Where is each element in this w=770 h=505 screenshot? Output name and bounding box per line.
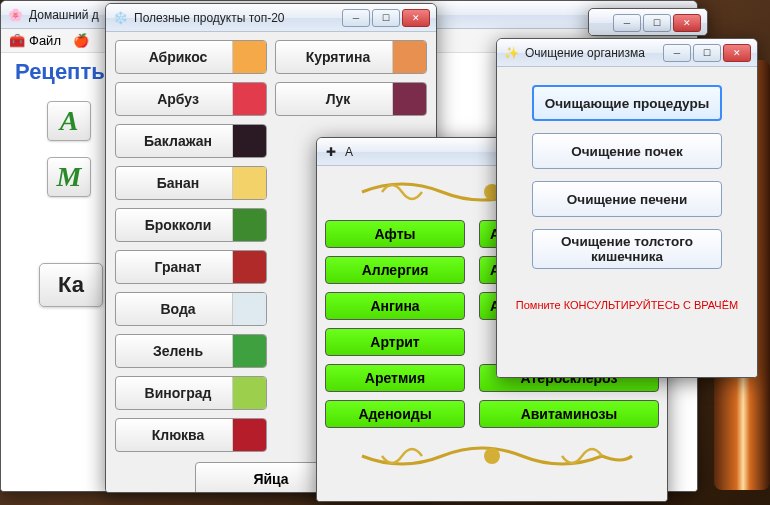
clean-button-procedures[interactable]: Очищающие процедуры	[532, 85, 722, 121]
gold-ornament-bottom-icon	[342, 438, 642, 474]
product-label: Клюква	[124, 427, 232, 443]
apple-icon: 🍎	[73, 33, 89, 48]
disease-button[interactable]: Афты	[325, 220, 465, 248]
file-icon: 🧰	[9, 33, 25, 48]
product-thumb-icon	[232, 251, 266, 283]
menu-file[interactable]: 🧰 Файл	[9, 33, 61, 48]
product-thumb-icon	[232, 209, 266, 241]
close-button[interactable]: ✕	[723, 44, 751, 62]
product-thumb-icon	[232, 293, 266, 325]
product-button[interactable]: Лук	[275, 82, 427, 116]
warning-text: Помните КОНСУЛЬТИРУЙТЕСЬ С ВРАЧЁМ	[516, 299, 738, 311]
product-button[interactable]: Банан	[115, 166, 267, 200]
gear-icon: ❄️	[112, 10, 128, 26]
window-extra: ─ ☐ ✕	[588, 8, 708, 36]
product-thumb-icon	[232, 125, 266, 157]
sparkle-icon: ✨	[503, 45, 519, 61]
cross-icon: ✚	[323, 144, 339, 160]
titlebar-extra[interactable]: ─ ☐ ✕	[589, 9, 707, 36]
product-button[interactable]: Виноград	[115, 376, 267, 410]
maximize-button[interactable]: ☐	[372, 9, 400, 27]
product-button[interactable]: Гранат	[115, 250, 267, 284]
product-button[interactable]: Брокколи	[115, 208, 267, 242]
product-button[interactable]: Баклажан	[115, 124, 267, 158]
clean-label: Очищающие процедуры	[545, 96, 709, 111]
product-thumb-icon	[392, 83, 426, 115]
product-thumb-icon	[232, 419, 266, 451]
window-title-products: Полезные продукты топ-20	[134, 11, 342, 25]
disease-button[interactable]: Ангина	[325, 292, 465, 320]
button-ka-label: Ка	[58, 272, 84, 298]
product-label: Гранат	[124, 259, 232, 275]
minimize-button[interactable]: ─	[663, 44, 691, 62]
window-title-cleansing: Очищение организма	[525, 46, 663, 60]
product-button[interactable]: Вода	[115, 292, 267, 326]
titlebar-products[interactable]: ❄️ Полезные продукты топ-20 ─ ☐ ✕	[106, 4, 436, 32]
disease-button[interactable]: Аденоиды	[325, 400, 465, 428]
svg-point-1	[484, 448, 500, 464]
product-label: Лук	[284, 91, 392, 107]
minimize-button[interactable]: ─	[342, 9, 370, 27]
product-thumb-icon	[232, 377, 266, 409]
product-label: Абрикос	[124, 49, 232, 65]
letter-button-M[interactable]: M	[47, 157, 91, 197]
product-label: Курятина	[284, 49, 392, 65]
letter-label: A	[60, 105, 79, 137]
titlebar-cleansing[interactable]: ✨ Очищение организма ─ ☐ ✕	[497, 39, 757, 67]
menu-file-label: Файл	[29, 33, 61, 48]
product-label: Брокколи	[124, 217, 232, 233]
product-label: Арбуз	[124, 91, 232, 107]
product-button[interactable]: Арбуз	[115, 82, 267, 116]
clean-button-kidneys[interactable]: Очищение почек	[532, 133, 722, 169]
product-thumb-icon	[232, 83, 266, 115]
disease-button[interactable]: Аллергия	[325, 256, 465, 284]
minimize-button[interactable]: ─	[613, 14, 641, 32]
maximize-button[interactable]: ☐	[643, 14, 671, 32]
product-label: Виноград	[124, 385, 232, 401]
clean-label: Очищение печени	[567, 192, 687, 207]
button-ka[interactable]: Ка	[39, 263, 103, 307]
clean-button-colon[interactable]: Очищение толстого кишечника	[532, 229, 722, 269]
product-label: Зелень	[124, 343, 232, 359]
product-label: Баклажан	[124, 133, 232, 149]
clean-label: Очищение толстого кишечника	[539, 234, 715, 264]
app-icon: 🌸	[7, 7, 23, 23]
window-body-cleansing: Очищающие процедуры Очищение почек Очище…	[497, 67, 757, 377]
clean-button-liver[interactable]: Очищение печени	[532, 181, 722, 217]
disease-button[interactable]: Артрит	[325, 328, 465, 356]
product-label: Вода	[124, 301, 232, 317]
product-label: Банан	[124, 175, 232, 191]
letter-label: M	[57, 161, 82, 193]
product-button[interactable]: Абрикос	[115, 40, 267, 74]
product-button[interactable]: Клюква	[115, 418, 267, 452]
clean-label: Очищение почек	[571, 144, 682, 159]
window-cleansing: ✨ Очищение организма ─ ☐ ✕ Очищающие про…	[496, 38, 758, 378]
product-button[interactable]: Курятина	[275, 40, 427, 74]
product-label: Яйца	[253, 471, 288, 487]
product-thumb-icon	[232, 335, 266, 367]
maximize-button[interactable]: ☐	[693, 44, 721, 62]
product-thumb-icon	[232, 41, 266, 73]
product-button[interactable]: Зелень	[115, 334, 267, 368]
letter-button-A[interactable]: A	[47, 101, 91, 141]
disease-button[interactable]: Аретмия	[325, 364, 465, 392]
product-thumb-icon	[232, 167, 266, 199]
close-button[interactable]: ✕	[402, 9, 430, 27]
close-button[interactable]: ✕	[673, 14, 701, 32]
menu-item-2[interactable]: 🍎	[73, 33, 89, 48]
disease-button[interactable]: Авитаминозы	[479, 400, 659, 428]
product-thumb-icon	[392, 41, 426, 73]
